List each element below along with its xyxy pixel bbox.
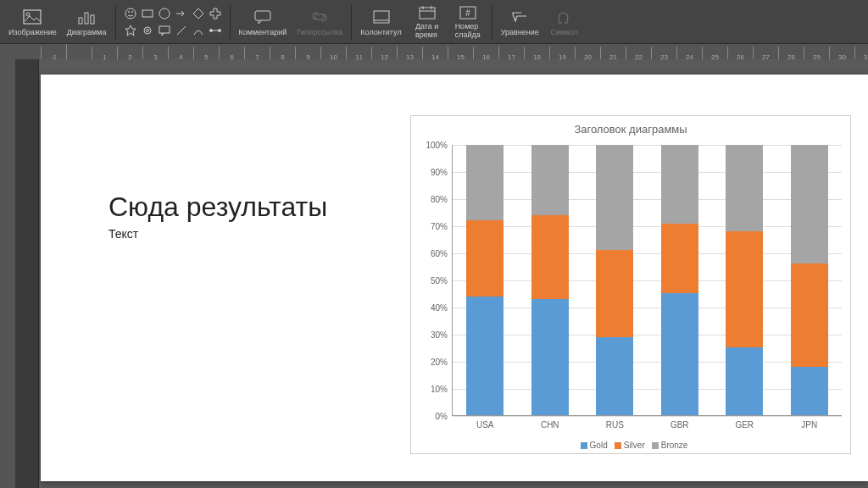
slide-thumbnail-panel[interactable] — [15, 59, 39, 488]
bar-segment-bronze — [726, 145, 763, 231]
legend-label: Bronze — [661, 441, 688, 450]
image-icon — [23, 8, 42, 26]
bar-segment-bronze — [596, 145, 633, 250]
svg-point-5 — [125, 8, 136, 19]
shape-gear-icon[interactable] — [140, 23, 155, 38]
horizontal-ruler: -112345678910111213141516171819202122232… — [0, 44, 868, 59]
shape-arrow-icon[interactable] — [174, 6, 189, 21]
hash-icon: # — [459, 5, 477, 20]
bar-segment-bronze — [466, 145, 504, 220]
svg-rect-12 — [159, 26, 170, 33]
svg-point-10 — [144, 27, 151, 34]
equation-icon — [510, 8, 529, 26]
calendar-icon — [418, 5, 437, 20]
y-tick: 80% — [431, 195, 448, 204]
symbol-icon — [555, 8, 574, 26]
shape-star-icon[interactable] — [123, 23, 138, 38]
bar-segment-bronze — [531, 145, 569, 215]
slide-title[interactable]: Сюда результаты — [108, 191, 327, 223]
svg-rect-18 — [420, 8, 435, 19]
toolbar: Изображение Диаграмма Комментарий Гиперс… — [0, 0, 868, 44]
equation-button[interactable]: Уравнение — [496, 2, 544, 42]
svg-point-14 — [218, 29, 220, 31]
workspace: Сюда результаты Текст Заголовок диаграмм… — [0, 59, 868, 488]
bar-segment-gold — [791, 367, 828, 415]
svg-rect-15 — [255, 11, 270, 20]
bar-segment-bronze — [661, 145, 698, 224]
svg-point-6 — [128, 11, 129, 12]
x-tick: GBR — [670, 420, 689, 430]
separator — [115, 5, 116, 39]
bar-segment-gold — [531, 299, 569, 415]
separator — [230, 5, 231, 39]
svg-rect-2 — [79, 18, 82, 24]
slide[interactable]: Сюда результаты Текст Заголовок диаграмм… — [41, 75, 868, 481]
comment-icon — [253, 8, 272, 26]
symbol-button: Символ — [544, 2, 585, 42]
y-tick: 40% — [431, 303, 448, 313]
bar-segment-silver — [661, 224, 698, 294]
shape-curve-icon[interactable] — [191, 23, 206, 38]
shape-smiley-icon[interactable] — [123, 6, 138, 21]
header-footer-label: Колонтитул — [360, 28, 401, 36]
svg-rect-0 — [24, 10, 41, 24]
x-tick: CHN — [541, 420, 559, 430]
header-footer-button[interactable]: Колонтитул — [355, 2, 406, 42]
date-time-label: Дата ивремя — [415, 22, 438, 39]
date-time-button[interactable]: Дата ивремя — [407, 2, 448, 42]
svg-rect-16 — [374, 11, 389, 23]
y-tick: 50% — [431, 276, 448, 286]
equation-label: Уравнение — [501, 28, 539, 36]
comment-label: Комментарий — [239, 28, 287, 36]
header-footer-icon — [372, 8, 391, 26]
shapes-grid — [120, 3, 226, 42]
y-tick: 90% — [431, 168, 448, 177]
chart-button[interactable]: Диаграмма — [62, 2, 112, 42]
bar-segment-gold — [466, 297, 504, 415]
svg-point-11 — [146, 29, 148, 31]
x-tick: GER — [735, 420, 754, 430]
bar-column: JPN — [791, 145, 828, 415]
bar-segment-gold — [661, 293, 698, 415]
canvas-area[interactable]: Сюда результаты Текст Заголовок диаграмм… — [39, 59, 868, 488]
x-tick: JPN — [801, 420, 817, 430]
shape-rect-icon[interactable] — [140, 6, 155, 21]
bar-segment-gold — [596, 337, 633, 416]
image-button[interactable]: Изображение — [3, 2, 62, 42]
chart-label: Диаграмма — [67, 28, 107, 36]
y-tick: 30% — [431, 330, 448, 340]
y-tick: 60% — [431, 249, 448, 258]
shape-plus-icon[interactable] — [208, 6, 223, 21]
bar-segment-silver — [531, 215, 569, 299]
svg-text:#: # — [465, 8, 470, 18]
bar-segment-silver — [596, 250, 633, 336]
svg-rect-3 — [85, 13, 88, 24]
bar-column: GER — [726, 145, 763, 415]
bar-segment-silver — [791, 263, 828, 366]
separator — [351, 5, 352, 39]
symbol-label: Символ — [551, 28, 578, 36]
bar-segment-silver — [466, 220, 504, 296]
svg-point-1 — [26, 13, 30, 16]
svg-point-13 — [209, 29, 212, 31]
chart[interactable]: Заголовок диаграммы 0%10%20%30%40%50%60%… — [410, 115, 851, 454]
y-tick: 10% — [431, 385, 448, 394]
comment-button[interactable]: Комментарий — [234, 2, 292, 42]
slide-number-button[interactable]: # Номерслайда — [448, 2, 488, 42]
slide-subtitle[interactable]: Текст — [108, 227, 138, 241]
y-tick: 70% — [431, 222, 448, 231]
shape-circle-icon[interactable] — [157, 6, 172, 21]
shape-diamond-icon[interactable] — [191, 6, 206, 21]
shape-callout-icon[interactable] — [157, 23, 172, 38]
svg-rect-4 — [91, 15, 94, 24]
bar-column: USA — [466, 145, 504, 415]
x-tick: USA — [476, 420, 494, 430]
chart-title: Заголовок диаграммы — [411, 116, 850, 139]
bar-column: RUS — [596, 145, 633, 415]
shape-line-icon[interactable] — [174, 23, 189, 38]
y-tick: 0% — [436, 412, 448, 421]
shape-connector-icon[interactable] — [208, 23, 223, 38]
bar-segment-silver — [726, 231, 763, 347]
y-tick: 100% — [426, 141, 448, 150]
bar-column: CHN — [531, 145, 569, 415]
